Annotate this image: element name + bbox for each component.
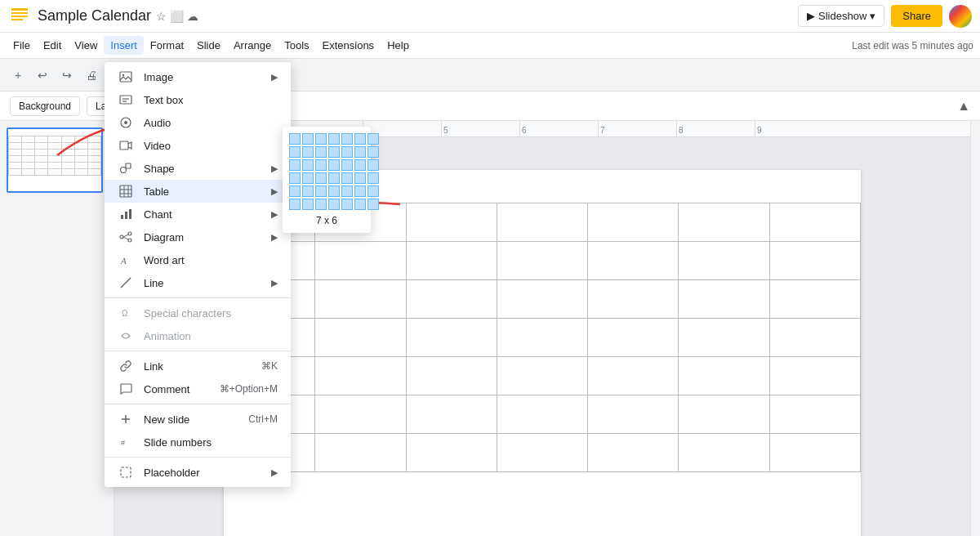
undo-button[interactable]: ↩ (31, 64, 54, 87)
table-grid-cell[interactable] (289, 185, 301, 197)
menu-arrange[interactable]: Arrange (227, 36, 278, 55)
table-grid-cell[interactable] (328, 133, 340, 145)
table-grid-cell[interactable] (328, 172, 340, 184)
table-grid-cell[interactable] (341, 146, 353, 158)
table-grid-cell[interactable] (328, 146, 340, 158)
placeholder-arrow: ▶ (271, 467, 278, 478)
slideshow-button[interactable]: ▶ Slideshow ▾ (798, 5, 884, 27)
table-grid-cell[interactable] (328, 199, 340, 210)
avatar[interactable] (949, 5, 972, 28)
table-grid[interactable] (289, 133, 364, 210)
menu-edit[interactable]: Edit (37, 36, 68, 55)
table-grid-cell[interactable] (354, 146, 366, 158)
menu-slide[interactable]: Slide (190, 36, 227, 55)
table-grid-cell[interactable] (302, 185, 314, 197)
menu-item-textbox[interactable]: Text box (105, 88, 291, 111)
table-grid-cell[interactable] (315, 133, 327, 145)
table-grid-cell[interactable] (315, 146, 327, 158)
table-grid-cell[interactable] (289, 172, 301, 184)
zoom-in-button[interactable]: + (7, 64, 29, 87)
cloud-icon[interactable]: ☁ (187, 10, 198, 23)
image-label: Image (144, 71, 173, 83)
svg-rect-1 (11, 8, 28, 11)
menu-format[interactable]: Format (144, 36, 190, 55)
table-grid-cell[interactable] (315, 159, 327, 171)
comment-label: Comment (144, 383, 189, 395)
share-button[interactable]: Share (891, 5, 942, 27)
collapse-button[interactable]: ▲ (957, 99, 970, 114)
table-grid-cell[interactable] (354, 159, 366, 171)
menu-item-link[interactable]: Link ⌘K (105, 355, 291, 377)
table-grid-cell[interactable] (354, 133, 366, 145)
table-grid-cell[interactable] (289, 199, 301, 210)
menu-extensions[interactable]: Extensions (316, 36, 381, 55)
table-grid-cell[interactable] (341, 159, 353, 171)
scrollbar-vertical[interactable] (970, 121, 980, 536)
table-grid-cell[interactable] (289, 159, 301, 171)
menu-insert[interactable]: Insert (104, 36, 144, 55)
print-button[interactable]: 🖨 (80, 64, 103, 87)
menu-help[interactable]: Help (381, 36, 416, 55)
table-grid-cell[interactable] (341, 185, 353, 197)
menu-item-line[interactable]: Line ▶ (105, 271, 291, 294)
table-submenu: 7 x 6 (283, 127, 371, 233)
slide-thumb-container: 1 (7, 127, 107, 193)
animation-label: Animation (144, 330, 191, 342)
table-grid-cell[interactable] (341, 172, 353, 184)
menu-item-table[interactable]: Table ▶ (105, 180, 291, 203)
table-label: Table (144, 185, 169, 198)
table-grid-cell[interactable] (328, 159, 340, 171)
table-grid-cell[interactable] (315, 199, 327, 210)
table-grid-cell[interactable] (368, 146, 379, 158)
table-grid-cell[interactable] (328, 185, 340, 197)
table-grid-cell[interactable] (315, 185, 327, 197)
menu-item-slide-numbers[interactable]: # Slide numbers (105, 431, 291, 453)
table-grid-cell[interactable] (315, 172, 327, 184)
table-grid-cell[interactable] (341, 133, 353, 145)
menu-divider-2 (105, 351, 291, 351)
svg-rect-22 (129, 209, 131, 219)
menu-view[interactable]: View (68, 36, 104, 55)
table-grid-cell[interactable] (368, 133, 379, 145)
table-grid-cell[interactable] (368, 172, 379, 184)
line-icon (118, 276, 134, 289)
menu-item-image[interactable]: Image ▶ (105, 65, 291, 88)
star-icon[interactable]: ☆ (156, 10, 167, 23)
table-grid-cell[interactable] (289, 146, 301, 158)
menu-file[interactable]: File (7, 36, 37, 55)
table-grid-cell[interactable] (368, 159, 379, 171)
redo-button[interactable]: ↪ (56, 64, 78, 87)
svg-rect-7 (120, 96, 131, 104)
slide-thumbnail[interactable] (7, 127, 103, 193)
background-button[interactable]: Background (10, 96, 80, 116)
menu-item-video[interactable]: Video (105, 134, 291, 157)
menu-item-special-chars: Ω Special characters (105, 302, 291, 324)
menu-item-comment[interactable]: Comment ⌘+Option+M (105, 377, 291, 400)
menu-tools[interactable]: Tools (278, 36, 315, 55)
table-grid-cell[interactable] (289, 133, 301, 145)
svg-rect-21 (125, 212, 127, 219)
ruler-mark: 7 (598, 121, 676, 136)
special-chars-icon: Ω (118, 306, 134, 319)
menu-item-placeholder[interactable]: Placeholder ▶ (105, 461, 291, 484)
table-grid-cell[interactable] (354, 172, 366, 184)
menu-item-audio[interactable]: Audio (105, 111, 291, 134)
folder-icon[interactable]: ⬜ (170, 10, 184, 23)
diagram-label: Diagram (144, 231, 184, 243)
menu-item-wordart[interactable]: A Word art (105, 248, 291, 271)
table-grid-cell[interactable] (302, 199, 314, 210)
table-grid-cell[interactable] (368, 199, 379, 210)
menu-item-new-slide[interactable]: New slide Ctrl+M (105, 408, 291, 431)
table-grid-cell[interactable] (354, 185, 366, 197)
image-arrow: ▶ (271, 72, 278, 83)
menu-item-shape[interactable]: Shape ▶ (105, 157, 291, 180)
table-grid-cell[interactable] (302, 159, 314, 171)
menu-item-chart[interactable]: Chant ▶ (105, 203, 291, 226)
table-grid-cell[interactable] (354, 199, 366, 210)
table-grid-cell[interactable] (341, 199, 353, 210)
table-grid-cell[interactable] (302, 146, 314, 158)
table-grid-cell[interactable] (302, 172, 314, 184)
menu-item-diagram[interactable]: Diagram ▶ (105, 226, 291, 248)
table-grid-cell[interactable] (368, 185, 379, 197)
table-grid-cell[interactable] (302, 133, 314, 145)
